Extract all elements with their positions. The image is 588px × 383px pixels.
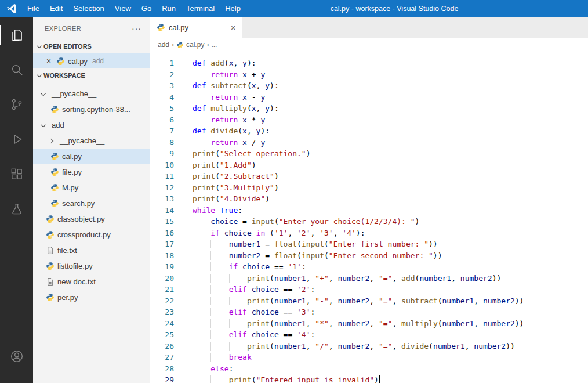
code-line[interactable]: 23 elif choice == '3': xyxy=(150,306,588,318)
line-number[interactable]: 1 xyxy=(150,57,174,69)
code-line[interactable]: 25 elif choice == '4': xyxy=(150,329,588,341)
menu-file[interactable]: File xyxy=(22,0,45,17)
tree-item-pycache[interactable]: __pycache__ xyxy=(33,86,150,102)
code-line[interactable]: 27 break xyxy=(150,352,588,363)
testing-button[interactable] xyxy=(0,192,33,226)
code-line[interactable]: 15 choice = input("Enter your choice(1/2… xyxy=(150,216,588,227)
line-number[interactable]: 9 xyxy=(150,148,174,160)
open-editor-item-cal-py[interactable]: × cal.py add xyxy=(33,53,150,68)
code-line[interactable]: 20 print(number1, "+", number2, "=", add… xyxy=(150,273,588,284)
explorer-button[interactable] xyxy=(0,17,33,52)
code-line[interactable]: 17 number1 = float(input("Enter first nu… xyxy=(150,239,588,250)
code-line[interactable]: 18 number2 = float(input("Enter second n… xyxy=(150,250,588,262)
line-number[interactable]: 3 xyxy=(150,80,174,92)
breadcrumb-item[interactable]: add xyxy=(158,41,169,49)
code-line[interactable]: 22 print(number1, "-", number2, "=", sub… xyxy=(150,295,588,307)
tree-item-sorting-cpython-38[interactable]: sorting.cpython-38... xyxy=(33,102,150,117)
tree-item-per-py[interactable]: per.py xyxy=(33,290,150,305)
code-line[interactable]: 7def divide(x, y): xyxy=(150,125,588,137)
code-line[interactable]: 12print("3.Multiply") xyxy=(150,182,588,194)
source-control-button[interactable] xyxy=(0,87,33,122)
tree-item-search-py[interactable]: search.py xyxy=(33,196,150,211)
code-line[interactable]: 5def multiply(x, y): xyxy=(150,103,588,114)
code-line[interactable]: 6 return x * y xyxy=(150,114,588,126)
code-line[interactable]: 29 print("Entered input is invalid") xyxy=(150,374,588,383)
tree-item-pycache[interactable]: __pycache__ xyxy=(33,133,150,149)
more-actions-icon[interactable]: ··· xyxy=(132,26,141,31)
code-line[interactable]: 14while True: xyxy=(150,205,588,216)
code-line-content: elif choice == '2': xyxy=(174,284,315,295)
line-number[interactable]: 19 xyxy=(150,261,174,273)
code-line[interactable]: 4 return x - y xyxy=(150,92,588,103)
code-line[interactable]: 10print("1.Add") xyxy=(150,160,588,171)
line-number[interactable]: 5 xyxy=(150,103,174,114)
run-debug-button[interactable] xyxy=(0,122,33,157)
line-number[interactable]: 23 xyxy=(150,306,174,318)
menu-terminal[interactable]: Terminal xyxy=(181,0,220,17)
line-number[interactable]: 24 xyxy=(150,318,174,330)
line-number[interactable]: 13 xyxy=(150,193,174,205)
line-number[interactable]: 14 xyxy=(150,205,174,216)
line-number[interactable]: 15 xyxy=(150,216,174,227)
code-line[interactable]: 13print("4.Divide") xyxy=(150,193,588,205)
code-line[interactable]: 2 return x + y xyxy=(150,69,588,81)
extensions-button[interactable] xyxy=(0,157,33,192)
tree-item-m-py[interactable]: M.py xyxy=(33,180,150,196)
code-line[interactable]: 9print("Select operation.") xyxy=(150,148,588,160)
menu-edit[interactable]: Edit xyxy=(45,0,68,17)
line-number[interactable]: 27 xyxy=(150,352,174,363)
tree-item-crossproduct-py[interactable]: crossproduct.py xyxy=(33,227,150,243)
menu-go[interactable]: Go xyxy=(136,0,157,17)
menu-view[interactable]: View xyxy=(110,0,136,17)
code-line[interactable]: 8 return x / y xyxy=(150,137,588,149)
line-number[interactable]: 21 xyxy=(150,284,174,295)
code-line-content: number2 = float(input("Enter second numb… xyxy=(174,250,442,262)
line-number[interactable]: 18 xyxy=(150,250,174,262)
breadcrumb-item[interactable]: ... xyxy=(211,41,217,49)
line-number[interactable]: 7 xyxy=(150,125,174,137)
line-number[interactable]: 10 xyxy=(150,160,174,171)
code-line[interactable]: 24 print(number1, "*", number2, "=", mul… xyxy=(150,318,588,330)
tree-item-new-doc-txt[interactable]: new doc.txt xyxy=(33,274,150,290)
code-line[interactable]: 28 else: xyxy=(150,363,588,375)
section-open-editors[interactable]: OPEN EDITORS xyxy=(33,39,150,53)
line-number[interactable]: 17 xyxy=(150,239,174,250)
code-line[interactable]: 26 print(number1, "/", number2, "=", div… xyxy=(150,341,588,352)
line-number[interactable]: 12 xyxy=(150,182,174,194)
tree-item-classobject-py[interactable]: classobject.py xyxy=(33,211,150,227)
section-workspace[interactable]: WORKSPACE xyxy=(33,68,150,82)
line-number[interactable]: 28 xyxy=(150,363,174,375)
code-editor[interactable]: 1def add(x, y):2 return x + y3def subtra… xyxy=(150,52,588,383)
search-button[interactable] xyxy=(0,52,33,87)
code-line[interactable]: 19 if choice == '1': xyxy=(150,261,588,273)
menu-help[interactable]: Help xyxy=(220,0,246,17)
line-number[interactable]: 26 xyxy=(150,341,174,352)
line-number[interactable]: 11 xyxy=(150,171,174,182)
code-line[interactable]: 16 if choice in ('1', '2', '3', '4'): xyxy=(150,227,588,239)
close-icon[interactable]: × xyxy=(45,56,53,66)
line-number[interactable]: 20 xyxy=(150,273,174,284)
line-number[interactable]: 4 xyxy=(150,92,174,103)
close-icon[interactable]: × xyxy=(227,22,239,34)
line-number[interactable]: 25 xyxy=(150,329,174,341)
code-line[interactable]: 1def add(x, y): xyxy=(150,57,588,69)
code-line[interactable]: 21 elif choice == '2': xyxy=(150,284,588,295)
line-number[interactable]: 16 xyxy=(150,227,174,239)
account-button[interactable] xyxy=(0,339,33,374)
tab-cal-py[interactable]: cal.py × xyxy=(150,17,242,38)
menu-run[interactable]: Run xyxy=(157,0,181,17)
tree-item-cal-py[interactable]: cal.py xyxy=(33,149,150,164)
breadcrumb-item[interactable]: cal.py xyxy=(176,41,204,49)
tree-item-listtofile-py[interactable]: listtofile.py xyxy=(33,258,150,274)
line-number[interactable]: 29 xyxy=(150,374,174,383)
tree-item-file-txt[interactable]: file.txt xyxy=(33,243,150,258)
code-line[interactable]: 3def subtract(x, y): xyxy=(150,80,588,92)
line-number[interactable]: 2 xyxy=(150,69,174,81)
line-number[interactable]: 8 xyxy=(150,137,174,149)
line-number[interactable]: 22 xyxy=(150,295,174,307)
tree-item-file-py[interactable]: file.py xyxy=(33,164,150,180)
menu-selection[interactable]: Selection xyxy=(68,0,109,17)
tree-item-add[interactable]: add xyxy=(33,117,150,133)
code-line[interactable]: 11print("2.Subtract") xyxy=(150,171,588,182)
line-number[interactable]: 6 xyxy=(150,114,174,126)
